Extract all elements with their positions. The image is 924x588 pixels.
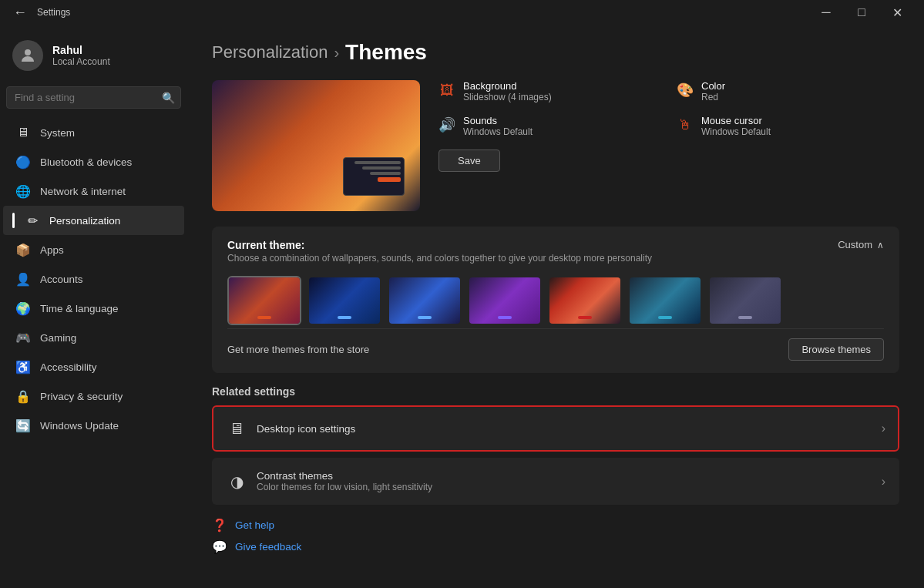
badge-label: Custom	[838, 239, 872, 250]
search-input[interactable]	[6, 86, 181, 109]
theme-thumb-2[interactable]	[307, 276, 381, 325]
minimize-button[interactable]: ─	[808, 0, 844, 25]
breadcrumb-current: Themes	[345, 40, 427, 65]
background-label: Background	[463, 80, 552, 92]
gaming-icon: 🎮	[15, 330, 31, 345]
apps-icon: 📦	[15, 242, 31, 257]
get-help-icon: ❓	[212, 517, 227, 533]
color-text: Color Red	[701, 80, 725, 102]
sidebar-item-personalization[interactable]: ✏ Personalization	[3, 206, 184, 235]
app-body: Rahul Local Account 🔍 🖥 System 🔵 Bluetoo…	[0, 25, 924, 588]
sidebar-user[interactable]: Rahul Local Account	[0, 31, 187, 86]
thumb-dot-4	[498, 316, 512, 319]
theme-thumb-5[interactable]	[548, 276, 622, 325]
sidebar-item-gaming[interactable]: 🎮 Gaming	[3, 323, 184, 352]
accessibility-icon: ♿	[15, 359, 31, 375]
preview-line-3	[370, 172, 401, 175]
theme-thumb-6[interactable]	[628, 276, 702, 325]
get-help-label: Get help	[235, 519, 274, 531]
sidebar-item-label: Accounts	[40, 274, 83, 285]
sidebar-item-system[interactable]: 🖥 System	[3, 118, 184, 147]
sounds-label: Sounds	[463, 115, 533, 126]
close-button[interactable]: ✕	[879, 0, 915, 25]
breadcrumb-separator: ›	[334, 44, 339, 62]
mouse-icon: 🖱	[677, 116, 694, 133]
desktop-icon-settings-label: Desktop icon settings	[257, 423, 355, 435]
color-label: Color	[701, 80, 725, 92]
main-content: Personalization › Themes 🖼	[187, 25, 924, 588]
contrast-themes-icon: ◑	[226, 471, 247, 492]
sidebar-item-label: Bluetooth & devices	[40, 156, 132, 168]
give-feedback-label: Give feedback	[235, 541, 301, 553]
theme-thumb-4[interactable]	[468, 276, 542, 325]
get-help-link[interactable]: ❓ Get help	[212, 517, 899, 533]
mouse-label: Mouse cursor	[701, 115, 771, 126]
chevron-right-icon-1: ›	[882, 422, 885, 435]
theme-info-sounds: 🔊 Sounds Windows Default	[438, 115, 661, 137]
theme-info-background: 🖼 Background Slideshow (4 images)	[438, 80, 661, 102]
breadcrumb: Personalization › Themes	[212, 40, 899, 65]
thumb-dot-7	[738, 316, 752, 319]
sidebar-item-windowsupdate[interactable]: 🔄 Windows Update	[3, 411, 184, 440]
privacy-icon: 🔒	[15, 388, 31, 404]
update-icon: 🔄	[15, 418, 31, 433]
current-theme-title: Current theme:	[227, 239, 652, 251]
color-value: Red	[701, 92, 725, 102]
contrast-themes-subtitle: Color themes for low vision, light sensi…	[257, 482, 432, 492]
color-icon: 🎨	[677, 82, 694, 99]
time-icon: 🌍	[15, 301, 31, 316]
title-bar-title: Settings	[37, 7, 70, 18]
current-theme-subtitle: Choose a combination of wallpapers, soun…	[227, 253, 652, 264]
breadcrumb-parent[interactable]: Personalization	[212, 42, 328, 62]
sidebar-item-label: Accessibility	[40, 361, 97, 373]
user-name: Rahul	[52, 44, 110, 56]
desktop-icon-settings-item[interactable]: 🖥 Desktop icon settings ›	[212, 405, 899, 452]
thumb-dot-2	[338, 316, 351, 319]
mouse-text: Mouse cursor Windows Default	[701, 115, 771, 137]
user-subtitle: Local Account	[52, 56, 110, 67]
theme-thumb-3[interactable]	[388, 276, 462, 325]
preview-accent	[378, 177, 401, 182]
title-bar: ← Settings ─ □ ✕	[0, 0, 924, 25]
restore-button[interactable]: □	[844, 0, 879, 25]
sidebar-item-network[interactable]: 🌐 Network & internet	[3, 176, 184, 206]
chevron-up-icon: ∧	[877, 240, 884, 250]
theme-preview	[212, 80, 420, 211]
personalization-icon: ✏	[25, 213, 40, 228]
mouse-value: Windows Default	[701, 126, 771, 137]
contrast-themes-item[interactable]: ◑ Contrast themes Color themes for low v…	[212, 458, 899, 505]
back-button[interactable]: ←	[9, 2, 31, 23]
related-settings-title: Related settings	[212, 385, 899, 398]
current-theme-section: Current theme: Choose a combination of w…	[212, 227, 899, 373]
related-settings-section: Related settings 🖥 Desktop icon settings…	[212, 385, 899, 505]
sidebar-item-accessibility[interactable]: ♿ Accessibility	[3, 352, 184, 381]
sounds-text: Sounds Windows Default	[463, 115, 533, 137]
bluetooth-icon: 🔵	[15, 154, 31, 170]
sidebar-item-privacy[interactable]: 🔒 Privacy & security	[3, 381, 184, 411]
save-theme-button[interactable]: Save	[438, 150, 500, 172]
theme-thumbnails	[227, 276, 884, 325]
theme-thumb-7[interactable]	[708, 276, 782, 325]
preview-line-2	[362, 166, 401, 170]
search-icon: 🔍	[162, 92, 175, 104]
sidebar-item-bluetooth[interactable]: 🔵 Bluetooth & devices	[3, 147, 184, 176]
title-bar-controls: ─ □ ✕	[808, 0, 915, 25]
browse-themes-button[interactable]: Browse themes	[788, 338, 884, 361]
current-theme-badge[interactable]: Custom ∧	[838, 239, 884, 250]
system-icon: 🖥	[15, 125, 31, 140]
chevron-right-icon-2: ›	[882, 475, 885, 489]
thumb-dot-3	[418, 316, 432, 319]
sidebar-item-accounts[interactable]: 👤 Accounts	[3, 264, 184, 294]
preview-line-1	[354, 161, 401, 164]
give-feedback-link[interactable]: 💬 Give feedback	[212, 539, 899, 554]
thumb-dot-6	[658, 316, 672, 319]
sidebar-item-label: Network & internet	[40, 186, 126, 197]
sidebar-item-label: Gaming	[40, 332, 76, 344]
sidebar-item-time[interactable]: 🌍 Time & language	[3, 294, 184, 323]
thumb-dot-5	[578, 316, 592, 319]
sidebar-item-apps[interactable]: 📦 Apps	[3, 235, 184, 264]
theme-thumb-1[interactable]	[227, 276, 301, 325]
current-theme-title-area: Current theme: Choose a combination of w…	[227, 239, 652, 264]
sidebar: Rahul Local Account 🔍 🖥 System 🔵 Bluetoo…	[0, 25, 187, 588]
theme-top-section: 🖼 Background Slideshow (4 images) 🎨 Colo…	[212, 80, 899, 211]
